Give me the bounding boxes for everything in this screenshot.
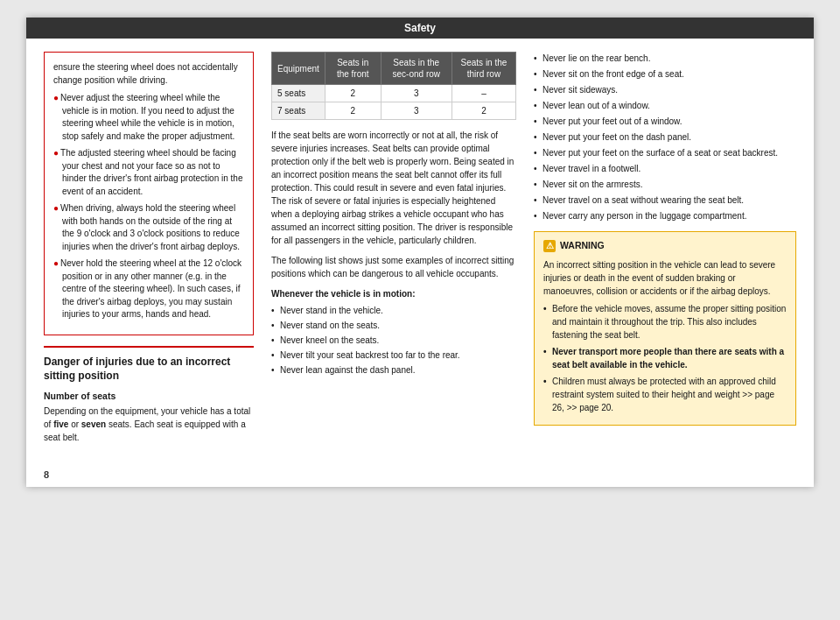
warning-box-title: ⚠ WARNING: [543, 239, 787, 253]
warning-para-1: An incorrect sitting position in the veh…: [543, 258, 787, 298]
right-column: Never lie on the rear bench. Never sit o…: [534, 52, 796, 453]
warning-para-3-text: Never transport more people than there a…: [552, 347, 784, 370]
following-text: The following list shows just some examp…: [271, 254, 516, 280]
steering-warning-box: ensure the steering wheel does not accid…: [44, 52, 254, 335]
right-bullet-1: Never lie on the rear bench.: [534, 52, 796, 65]
motion-bullet-1: Never stand in the vehicle.: [271, 304, 516, 317]
table-row: 5 seats 2 3 –: [272, 85, 516, 102]
motion-list: Never stand in the vehicle. Never stand …: [271, 304, 516, 377]
table-cell-third-1: –: [452, 85, 515, 102]
motion-bullet-2: Never stand on the seats.: [271, 319, 516, 332]
page-number: 8: [26, 466, 814, 487]
right-bullet-6: Never put your feet on the dash panel.: [534, 130, 796, 144]
table-cell-front-1: 2: [325, 85, 381, 102]
page: Safety ensure the steering wheel does no…: [26, 18, 814, 487]
warning-bullet-2: ●The adjusted steering wheel should be f…: [53, 147, 244, 198]
motion-bullet-5: Never lean against the dash panel.: [271, 363, 516, 377]
warning-title-text: WARNING: [560, 239, 605, 253]
warning-bullet-4: ●Never hold the steering wheel at the 12…: [53, 257, 244, 321]
right-bullet-8: Never travel in a footwell.: [534, 162, 796, 175]
table-cell-front-2: 2: [325, 102, 381, 120]
warning-bullet-2-text: The adjusted steering wheel should be fa…: [60, 148, 242, 196]
right-bullet-list: Never lie on the rear bench. Never sit o…: [534, 52, 796, 222]
right-bullet-5: Never put your feet out of a window.: [534, 115, 796, 128]
warning-bullet-3: ●When driving, always hold the steering …: [53, 202, 244, 253]
table-cell-second-1: 3: [381, 85, 452, 102]
warning-bullet-4-text: Never hold the steering wheel at the 12 …: [60, 258, 242, 319]
motion-bullet-4: Never tilt your seat backrest too far to…: [271, 349, 516, 362]
table-cell-eq-1: 5 seats: [272, 85, 326, 102]
motion-bullet-3: Never kneel on the seats.: [271, 334, 516, 347]
table-header-front: Seats in the front: [325, 53, 381, 85]
header-title: Safety: [404, 22, 436, 34]
motion-label: Whenever the vehicle is in motion:: [271, 287, 516, 300]
right-bullet-7: Never put your feet on the surface of a …: [534, 146, 796, 159]
table-header-third: Seats in the third row: [452, 53, 515, 85]
warning-bullet-1-text: Never adjust the steering wheel while th…: [60, 93, 234, 141]
warning-box: ⚠ WARNING An incorrect sitting position …: [534, 231, 796, 426]
table-cell-third-2: 2: [452, 102, 515, 120]
warning-bullet-3-text: When driving, always hold the steering w…: [60, 203, 240, 251]
right-bullet-4: Never lean out of a window.: [534, 99, 796, 112]
warning-para-3: Never transport more people than there a…: [543, 345, 787, 371]
right-bullet-9: Never sit on the armrests.: [534, 178, 796, 191]
danger-section: Danger of injuries due to an incorrect s…: [44, 346, 254, 445]
warning-para-2-text: Before the vehicle moves, assume the pro…: [552, 304, 786, 340]
right-bullet-11: Never carry any person in the luggage co…: [534, 209, 796, 222]
seatbelt-main-text: If the seat belts are worn incorrectly o…: [271, 129, 516, 247]
warning-intro: ensure the steering wheel does not accid…: [53, 61, 244, 87]
warning-para-4: Children must always be protected with a…: [543, 375, 787, 414]
table-cell-second-2: 3: [381, 102, 452, 120]
seats-table: Equipment Seats in the front Seats in th…: [271, 52, 516, 120]
table-cell-eq-2: 7 seats: [272, 102, 326, 120]
content-area: ensure the steering wheel does not accid…: [26, 39, 814, 466]
number-of-seats-text: Depending on the equipment, your vehicle…: [44, 405, 254, 444]
warning-icon: ⚠: [543, 240, 556, 252]
right-bullet-3: Never sit sideways.: [534, 83, 796, 96]
warning-bullet-1: ●Never adjust the steering wheel while t…: [53, 92, 244, 143]
header-bar: Safety: [26, 18, 814, 39]
table-row: 7 seats 2 3 2: [272, 102, 516, 120]
table-header-equipment: Equipment: [272, 53, 326, 85]
left-column: ensure the steering wheel does not accid…: [44, 52, 254, 453]
warning-para-2: Before the vehicle moves, assume the pro…: [543, 302, 787, 342]
warning-para-4-text: Children must always be protected with a…: [552, 377, 776, 412]
number-of-seats-title: Number of seats: [44, 391, 254, 401]
danger-title: Danger of injuries due to an incorrect s…: [44, 355, 254, 384]
right-bullet-2: Never sit on the front edge of a seat.: [534, 67, 796, 81]
right-bullet-10: Never travel on a seat without wearing t…: [534, 194, 796, 207]
middle-column: Equipment Seats in the front Seats in th…: [271, 52, 516, 453]
table-header-second: Seats in the sec-ond row: [381, 53, 452, 85]
